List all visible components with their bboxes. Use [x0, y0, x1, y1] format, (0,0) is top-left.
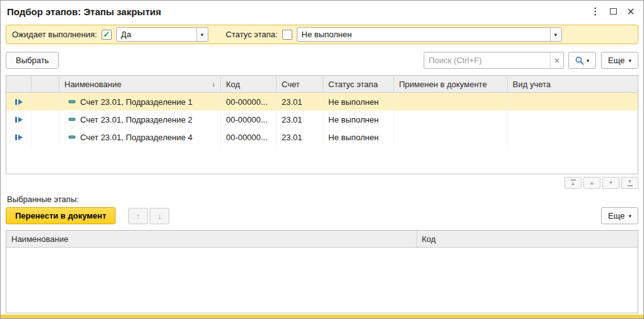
row-marker-cell — [6, 111, 32, 128]
selected-header-code[interactable]: Код — [417, 231, 638, 247]
toolbar: Выбрать × ▾ Еще ▾ — [6, 52, 638, 69]
stage-account: 23.01 — [277, 128, 323, 146]
chevron-down-icon: ▾ — [628, 57, 631, 64]
row-marker-cell — [6, 93, 32, 111]
more-button-label: Еще — [608, 56, 624, 65]
stage-name-cell: Счет 23.01, Подразделение 1 — [59, 93, 221, 111]
search-options-button[interactable]: ▾ — [568, 52, 596, 69]
window-menu-icon[interactable]: ⋮ — [587, 3, 604, 20]
scroll-down-icon: ▼ — [609, 181, 614, 186]
stage-accounting — [508, 128, 638, 146]
table-row[interactable]: Счет 23.01, Подразделение 2 00-00000... … — [6, 111, 638, 128]
awaiting-filter-combo[interactable]: Да ▾ — [116, 27, 208, 42]
selected-stages-table: Наименование Код — [6, 230, 638, 313]
stage-code: 00-00000... — [221, 111, 277, 128]
stage-applied — [394, 128, 508, 146]
move-up-button[interactable]: ↑ — [128, 208, 148, 224]
table-scroll-nav: ▲ ▲ ▼ ▼ — [6, 177, 638, 189]
selected-more-button[interactable]: Еще ▾ — [601, 207, 638, 224]
clear-search-icon[interactable]: × — [550, 52, 563, 68]
header-marker-col[interactable] — [6, 76, 32, 92]
chevron-down-icon: ▾ — [587, 57, 590, 64]
stage-name: Счет 23.01, Подразделение 4 — [80, 133, 193, 142]
stages-table: Наименование ↓ Код Счет Статус этапа При… — [6, 75, 638, 174]
search-box: × — [424, 52, 564, 69]
stage-accounting — [508, 93, 638, 111]
awaiting-filter-label: Ожидает выполнения: — [12, 30, 97, 39]
scroll-bottom-icon: ▼ — [628, 179, 633, 184]
window-title: Подбор этапов: Этапы закрытия — [7, 6, 587, 17]
stage-account: 23.01 — [277, 93, 323, 111]
search-icon — [575, 56, 584, 65]
bottom-accent-strip — [1, 315, 643, 318]
chevron-down-icon[interactable]: ▾ — [196, 28, 208, 41]
stage-applied — [394, 93, 508, 111]
filter-bar: Ожидает выполнения: Да ▾ Статус этапа: Н… — [6, 25, 638, 44]
bottom-bar-glyph — [628, 185, 633, 186]
stage-item-icon — [68, 98, 76, 105]
chevron-down-icon: ▾ — [628, 213, 631, 219]
move-down-icon: ↓ — [157, 211, 162, 221]
awaiting-filter-checkbox[interactable] — [102, 30, 112, 40]
move-up-icon: ↑ — [136, 211, 140, 221]
stage-item-icon — [68, 116, 76, 123]
header-accounting[interactable]: Вид учета — [508, 76, 638, 92]
stage-status: Не выполнен — [323, 128, 394, 146]
status-filter-checkbox[interactable] — [282, 30, 292, 40]
stage-code: 00-00000... — [221, 128, 277, 146]
stages-table-body: Счет 23.01, Подразделение 1 00-00000... … — [6, 93, 638, 174]
stage-name: Счет 23.01, Подразделение 1 — [80, 97, 193, 107]
stage-name-cell: Счет 23.01, Подразделение 4 — [59, 128, 221, 146]
row-marker-cell — [6, 128, 32, 146]
scroll-up-button[interactable]: ▲ — [583, 177, 600, 189]
stage-status: Не выполнен — [323, 111, 394, 128]
chevron-down-icon[interactable]: ▾ — [550, 28, 561, 41]
scroll-down-button[interactable]: ▼ — [602, 177, 619, 189]
status-filter-label: Статус этапа: — [226, 30, 278, 39]
selected-stages-toolbar: Перенести в документ ↑ ↓ Еще ▾ — [6, 207, 638, 224]
table-row[interactable]: Счет 23.01, Подразделение 1 00-00000... … — [6, 93, 638, 111]
header-account[interactable]: Счет — [277, 76, 323, 92]
status-filter-combo[interactable]: Не выполнен ▾ — [297, 27, 562, 42]
stage-status: Не выполнен — [323, 93, 394, 111]
header-code[interactable]: Код — [221, 76, 277, 92]
current-row-marker-icon — [15, 116, 23, 123]
header-spacer-col[interactable] — [32, 76, 59, 92]
selected-more-label: Еще — [608, 211, 624, 220]
select-button[interactable]: Выбрать — [6, 52, 59, 69]
table-row[interactable]: Счет 23.01, Подразделение 4 00-00000... … — [6, 128, 638, 146]
more-button[interactable]: Еще ▾ — [601, 52, 638, 69]
header-applied[interactable]: Применен в документе — [394, 76, 508, 92]
stage-name: Счет 23.01, Подразделение 2 — [80, 115, 193, 124]
scroll-up-icon: ▲ — [590, 181, 595, 186]
transfer-to-document-button[interactable]: Перенести в документ — [6, 207, 116, 224]
selected-stages-label: Выбранные этапы: — [7, 195, 643, 204]
close-icon[interactable]: ✕ — [622, 3, 640, 20]
scroll-to-bottom-button[interactable]: ▼ — [621, 177, 638, 189]
stage-code: 00-00000... — [221, 93, 277, 111]
stage-item-icon — [68, 133, 76, 141]
stage-account: 23.01 — [277, 111, 323, 128]
header-name-label: Наименование — [64, 80, 121, 89]
header-name[interactable]: Наименование ↓ — [59, 76, 221, 92]
move-down-button[interactable]: ↓ — [150, 208, 169, 224]
selected-table-body[interactable] — [6, 248, 638, 313]
current-row-marker-icon — [15, 99, 23, 105]
title-bar: Подбор этапов: Этапы закрытия ⋮ ✕ — [1, 1, 643, 22]
status-filter-value: Не выполнен — [297, 28, 550, 41]
maximize-glyph — [610, 8, 617, 15]
scroll-to-top-button[interactable]: ▲ — [564, 177, 581, 189]
stage-applied — [394, 111, 508, 128]
search-input[interactable] — [424, 56, 550, 65]
header-status[interactable]: Статус этапа — [323, 76, 394, 92]
selected-table-header: Наименование Код — [6, 231, 638, 248]
stages-table-header: Наименование ↓ Код Счет Статус этапа При… — [6, 76, 638, 93]
stage-name-cell: Счет 23.01, Подразделение 2 — [59, 111, 221, 128]
stage-accounting — [508, 111, 638, 128]
current-row-marker-icon — [15, 134, 23, 141]
scroll-top-icon: ▲ — [571, 181, 576, 186]
maximize-icon[interactable] — [604, 3, 622, 20]
sort-desc-icon: ↓ — [212, 80, 215, 88]
awaiting-filter-value: Да — [117, 28, 196, 41]
selected-header-name[interactable]: Наименование — [6, 231, 417, 247]
